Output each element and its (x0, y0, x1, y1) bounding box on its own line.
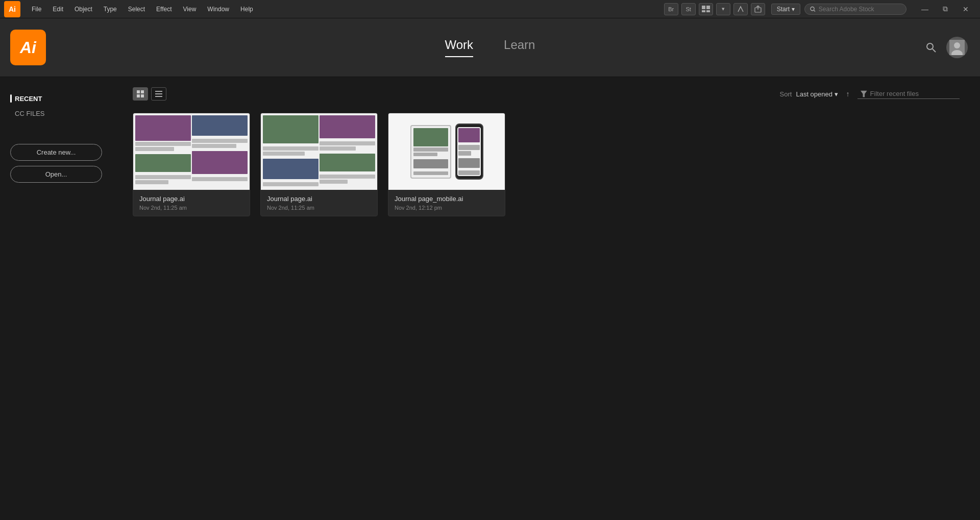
minimize-button[interactable]: — (915, 2, 935, 16)
menu-type[interactable]: Type (99, 4, 122, 15)
file-card-1[interactable]: Journal page.ai Nov 2nd, 11:25 am (260, 113, 378, 216)
stock-icon[interactable]: St (681, 3, 696, 15)
open-button[interactable]: Open... (10, 166, 102, 183)
svg-point-10 (954, 42, 960, 48)
file-thumb-1 (261, 113, 377, 190)
filter-input-wrap (857, 89, 960, 99)
filter-icon (861, 90, 867, 97)
file-name-1: Journal page.ai (267, 195, 371, 203)
view-list-button[interactable] (151, 87, 166, 101)
menu-effect[interactable]: Effect (151, 4, 177, 15)
app-logo-large: Ai (10, 30, 46, 65)
start-chevron-icon: ▾ (792, 6, 795, 13)
tab-work[interactable]: Work (445, 38, 474, 57)
avatar-icon (949, 40, 965, 55)
svg-rect-14 (137, 94, 140, 97)
file-card-2[interactable]: Journal page_mobile.ai Nov 2nd, 12:12 pm (388, 113, 505, 216)
sidebar-item-cc-files[interactable]: CC FILES (10, 108, 102, 119)
file-card-0[interactable]: Journal page.ai Nov 2nd, 11:25 am (133, 113, 250, 216)
svg-line-6 (814, 10, 815, 11)
secondary-right (922, 37, 968, 58)
content-area: Sort Last opened ▾ ↑ (112, 77, 980, 520)
svg-rect-16 (155, 91, 162, 92)
svg-point-5 (811, 7, 814, 10)
tab-learn[interactable]: Learn (504, 38, 535, 57)
svg-rect-3 (706, 10, 710, 12)
svg-rect-0 (702, 6, 705, 9)
tablet-mockup (410, 125, 451, 179)
sort-direction-button[interactable]: ↑ (842, 88, 853, 100)
app-logo-small: Ai (4, 1, 20, 17)
sidebar: RECENT CC FILES Create new... Open... (0, 77, 112, 520)
file-name-2: Journal page_mobile.ai (395, 195, 499, 203)
main-content: RECENT CC FILES Create new... Open... (0, 77, 980, 520)
file-info-0: Journal page.ai Nov 2nd, 11:25 am (133, 190, 250, 216)
sort-label: Sort (780, 90, 792, 98)
menu-bar: Ai File Edit Object Type Select Effect V… (0, 0, 980, 18)
menu-items: File Edit Object Type Select Effect View… (27, 4, 658, 15)
file-date-2: Nov 2nd, 12:12 pm (395, 205, 499, 211)
sort-chevron-icon: ▾ (835, 90, 838, 98)
svg-rect-17 (155, 93, 162, 94)
sort-section: Sort Last opened ▾ ↑ (780, 88, 960, 100)
arrange-dropdown-icon[interactable]: ▾ (716, 3, 730, 15)
svg-line-8 (933, 49, 936, 52)
header-search-icon (926, 42, 936, 53)
svg-rect-12 (137, 90, 140, 93)
phone-mockup (455, 123, 483, 180)
file-thumb-0 (133, 113, 250, 190)
menu-view[interactable]: View (178, 4, 202, 15)
active-indicator (10, 94, 12, 103)
menu-window[interactable]: Window (202, 4, 234, 15)
view-grid-button[interactable] (133, 87, 148, 101)
menu-edit[interactable]: Edit (47, 4, 68, 15)
menu-help[interactable]: Help (235, 4, 258, 15)
stock-search-input[interactable] (819, 6, 901, 13)
file-name-0: Journal page.ai (139, 195, 243, 203)
svg-rect-13 (141, 90, 144, 93)
menu-select[interactable]: Select (123, 4, 150, 15)
toolbar-right: Start ▾ — ⧉ ✕ (771, 2, 976, 16)
file-grid: Journal page.ai Nov 2nd, 11:25 am (133, 113, 960, 216)
export-icon[interactable] (751, 3, 765, 15)
view-toggle (133, 87, 166, 101)
grid-icon (137, 90, 144, 97)
menu-file[interactable]: File (27, 4, 46, 15)
search-icon (810, 6, 816, 12)
file-info-2: Journal page_mobile.ai Nov 2nd, 12:12 pm (388, 190, 505, 216)
nav-tabs: Work Learn (445, 38, 535, 57)
svg-point-7 (927, 43, 933, 49)
file-thumb-2 (388, 113, 505, 190)
header-search-button[interactable] (922, 38, 940, 57)
file-info-1: Journal page.ai Nov 2nd, 11:25 am (261, 190, 377, 216)
user-avatar-button[interactable] (946, 37, 968, 58)
svg-rect-15 (141, 94, 144, 97)
content-toolbar: Sort Last opened ▾ ↑ (133, 87, 960, 101)
stock-search-box[interactable] (804, 4, 906, 15)
sort-dropdown[interactable]: Last opened ▾ (796, 90, 838, 98)
svg-rect-1 (706, 6, 710, 9)
start-dropdown[interactable]: Start ▾ (771, 4, 800, 15)
list-icon (155, 90, 162, 97)
menu-object[interactable]: Object (69, 4, 97, 15)
sidebar-section-files: RECENT CC FILES (10, 92, 102, 119)
window-controls: — ⧉ ✕ (915, 2, 976, 16)
sidebar-item-recent[interactable]: RECENT (10, 92, 102, 105)
svg-rect-18 (155, 96, 162, 97)
svg-marker-19 (861, 90, 867, 97)
create-new-button[interactable]: Create new... (10, 144, 102, 161)
file-date-1: Nov 2nd, 11:25 am (267, 205, 371, 211)
pen-tool-icon[interactable] (733, 3, 748, 15)
libraries-icon[interactable] (699, 3, 713, 15)
svg-rect-2 (702, 10, 705, 12)
close-button[interactable]: ✕ (955, 2, 976, 16)
bridge-icon[interactable]: Br (664, 3, 678, 15)
filter-input[interactable] (870, 90, 957, 97)
file-date-0: Nov 2nd, 11:25 am (139, 205, 243, 211)
maximize-button[interactable]: ⧉ (935, 2, 955, 16)
secondary-bar: Ai Work Learn (0, 18, 980, 77)
toolbar-icons: Br St ▾ (664, 3, 765, 15)
sidebar-buttons: Create new... Open... (10, 144, 102, 183)
